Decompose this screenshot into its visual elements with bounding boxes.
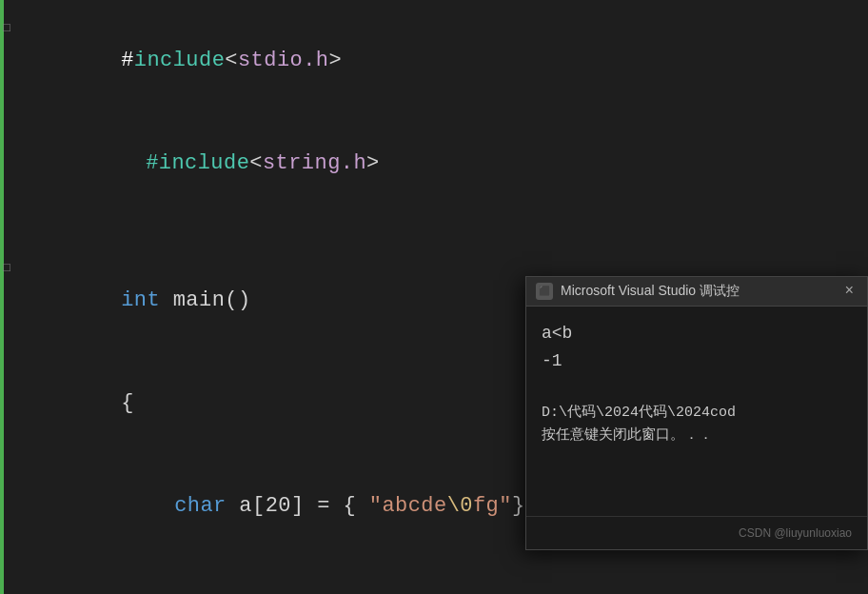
terminal-window: ⬛ Microsoft Visual Studio 调试控 × a<b -1 D… [525,276,868,550]
terminal-line-1: a<b [542,320,852,347]
code-content-2: #include<string.h> [13,112,380,215]
token: < [225,49,238,72]
token: string.h [263,151,366,175]
token: fg" [473,494,512,518]
token: a[20] = { [227,494,369,518]
token: main() [160,288,251,312]
token: include [134,49,226,72]
token: char [174,494,227,518]
token: "abcde [369,494,447,518]
code-line-7: char b[10] = { "abcz" }; [0,558,868,594]
space [0,215,13,249]
terminal-icon-glyph: ⬛ [539,286,550,297]
code-line-1: □ #include<stdio.h> [0,10,868,112]
collapse-icon-1[interactable]: □ [0,11,13,46]
space-6 [0,457,13,491]
token: #include [146,151,249,175]
terminal-title-text: Microsoft Visual Studio 调试控 [561,283,740,300]
token: < [249,151,263,175]
code-content-1: #include<stdio.h> [13,10,342,112]
terminal-footer: CSDN @liuyunluoxiao [526,516,867,549]
terminal-title-left: ⬛ Microsoft Visual Studio 调试控 [536,283,740,300]
code-line-empty-1 [0,215,868,249]
token: { [121,391,134,415]
collapse-icon-4[interactable]: □ [0,251,13,286]
token: \0 [447,494,473,518]
terminal-titlebar: ⬛ Microsoft Visual Studio 调试控 × [526,277,867,307]
token: # [121,49,134,72]
token: > [366,151,380,175]
terminal-path: D:\代码\2024代码\2024cod [542,402,852,425]
token: stdio.h [238,49,329,72]
code-content-7: char b[10] = { "abcz" }; [13,558,486,594]
terminal-footer-text: CSDN @liuyunluoxiao [739,526,852,540]
code-line-2: #include<string.h> [0,112,868,215]
terminal-body: a<b -1 D:\代码\2024代码\2024cod 按任意键关闭此窗口。．． [526,307,867,516]
terminal-press-key: 按任意键关闭此窗口。．． [542,425,852,447]
terminal-line-empty [542,375,852,403]
terminal-close-button[interactable]: × [840,283,858,300]
code-editor: □ #include<stdio.h> #include<string.h> □… [0,0,868,594]
space-5 [0,354,13,388]
collapse-icon-2 [0,114,13,148]
terminal-output: a<b -1 D:\代码\2024代码\2024cod 按任意键关闭此窗口。．． [542,320,852,447]
space-7 [0,560,13,594]
terminal-app-icon: ⬛ [536,283,553,300]
code-content-5: { [13,352,134,455]
code-content-6: char a[20] = { "abcde\0fg"}; [13,455,538,558]
terminal-line-2: -1 [542,347,852,375]
code-content-4: int main() [13,249,251,352]
token: > [328,49,342,72]
token: int [121,288,160,312]
